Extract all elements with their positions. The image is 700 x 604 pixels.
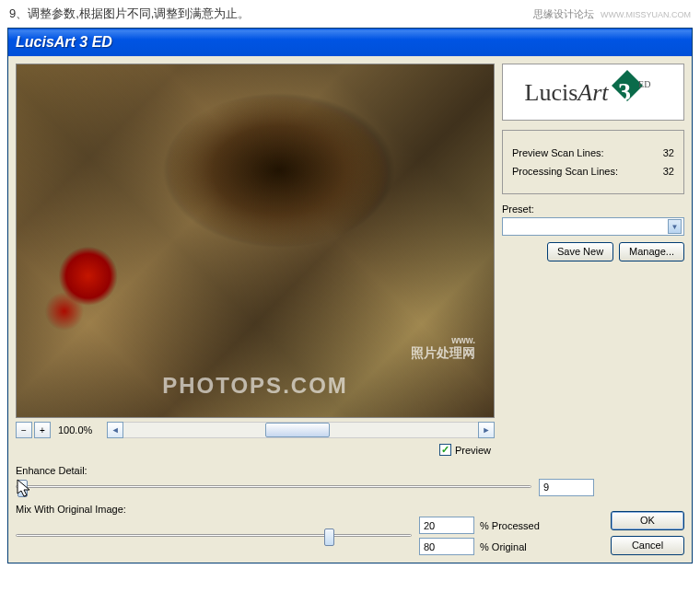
scroll-thumb[interactable] [265,423,330,437]
preview-scan-lines-value: 32 [663,147,674,158]
zoom-in-button[interactable]: + [34,422,51,438]
enhance-detail-label: Enhance Detail: [16,465,684,476]
save-new-button[interactable]: Save New [547,242,613,261]
scroll-track[interactable] [123,422,478,438]
preview-panel: www. 照片处理网 PHOTOPS.COM − + 100.0% ◄ ► [16,64,495,456]
forum-credit: 思缘设计论坛 WWW.MISSYUAN.COM [533,7,691,21]
ok-button[interactable]: OK [611,511,684,530]
preview-image[interactable]: www. 照片处理网 PHOTOPS.COM [16,64,495,418]
enhance-slider-thumb[interactable] [18,480,28,497]
zoom-out-button[interactable]: − [16,422,32,438]
forum-url: WWW.MISSYUAN.COM [601,10,691,19]
scroll-left-arrow[interactable]: ◄ [107,422,123,438]
zoom-percent: 100.0% [52,423,98,437]
watermark-photops: PHOTOPS.COM [162,373,348,399]
forum-name: 思缘设计论坛 [533,8,594,19]
mix-slider-thumb[interactable] [324,528,334,546]
plugin-window: LucisArt 3 ED www. 照片处理网 PHOTOPS.COM − +… [7,28,693,563]
watermark-photops-cn: www. 照片处理网 [411,335,475,362]
preview-checkbox-label: Preview [455,445,491,456]
processing-scan-lines-label: Processing Scan Lines: [512,166,618,177]
enhance-detail-slider[interactable] [16,478,531,496]
preset-dropdown[interactable]: ▼ [502,217,684,236]
instruction-text: 9、调整参数,根据图片不同,调整到满意为止。 [9,6,250,22]
original-input[interactable] [419,538,474,555]
titlebar[interactable]: LucisArt 3 ED [8,29,692,56]
cancel-button[interactable]: Cancel [611,536,684,555]
original-label: % Original [480,541,544,552]
horizontal-scrollbar[interactable]: ◄ ► [107,422,495,438]
enhance-detail-input[interactable] [539,479,594,496]
manage-button[interactable]: Manage... [619,242,684,261]
logo: LucisArt 3ED [502,64,684,121]
mix-label: Mix With Original Image: [16,504,601,515]
scan-lines-info: Preview Scan Lines: 32 Processing Scan L… [502,130,684,194]
processing-scan-lines-value: 32 [663,166,674,177]
preview-checkbox[interactable]: ✓ [439,444,451,456]
chevron-down-icon[interactable]: ▼ [668,219,682,234]
processed-input[interactable] [419,517,474,534]
preset-label: Preset: [502,203,684,215]
preview-scan-lines-label: Preview Scan Lines: [512,147,604,158]
mix-slider[interactable] [16,527,412,545]
scroll-right-arrow[interactable]: ► [478,422,495,438]
processed-label: % Processed [480,520,544,531]
